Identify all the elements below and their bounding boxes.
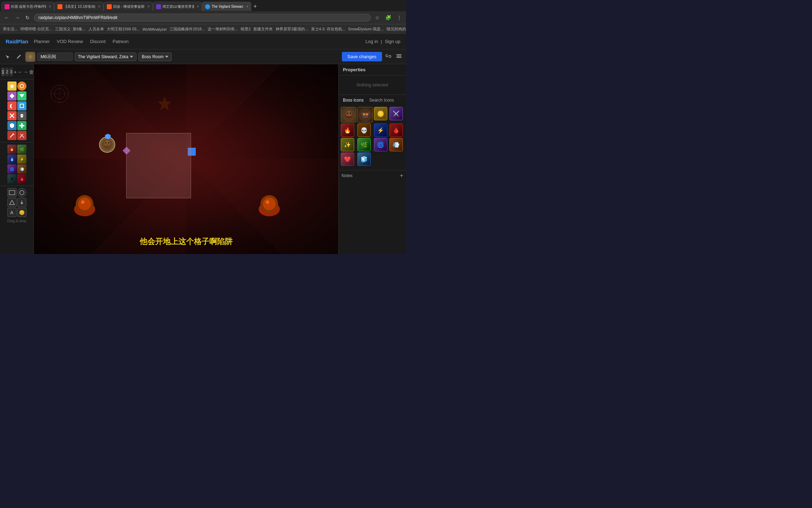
- bookmark-4[interactable]: 人员名单: [88, 26, 104, 32]
- delete-tab-button[interactable]: 🗑: [29, 69, 34, 75]
- canvas-tab-1[interactable]: 1: [1, 68, 5, 76]
- star-marker-icon[interactable]: [7, 81, 17, 91]
- tab-close-2[interactable]: ×: [98, 5, 100, 8]
- boss-dropdown[interactable]: The Vigilant Steward, Zska: [75, 53, 136, 61]
- boss-thumb-5[interactable]: 🔥: [341, 123, 354, 137]
- login-link[interactable]: Log in: [365, 39, 378, 44]
- prev-tab-button[interactable]: ←: [18, 69, 23, 75]
- nav-patreon[interactable]: Patreon: [113, 39, 129, 44]
- boss-thumb-13[interactable]: ❤️: [341, 152, 354, 166]
- emoji-shape-icon[interactable]: 😊: [17, 208, 26, 217]
- canvas-tab-3[interactable]: 3: [10, 68, 13, 76]
- boss-thumb-9[interactable]: ✨: [341, 138, 354, 151]
- selection-rectangle[interactable]: [126, 133, 191, 198]
- bookmark-13[interactable]: SnowElysium-我是...: [348, 26, 384, 32]
- text-shape-icon[interactable]: A: [7, 208, 17, 217]
- boss-thumb-14[interactable]: 🧊: [357, 152, 371, 166]
- boss-thumb-8[interactable]: 🩸: [389, 123, 403, 137]
- forward-button[interactable]: →: [13, 14, 21, 21]
- spell-icon-7[interactable]: ❄: [7, 174, 17, 183]
- next-tab-button[interactable]: →: [23, 69, 28, 75]
- room-dropdown[interactable]: Boss Room: [139, 53, 172, 61]
- boss-thumb-6[interactable]: 💀: [357, 123, 371, 137]
- cross-green-icon[interactable]: [17, 121, 26, 130]
- bookmark-10[interactable]: 新建文件夹: [253, 26, 273, 32]
- tab-1[interactable]: 祈愿·兹斯卡思-呼唤呼唤_Bilibili ×: [1, 2, 54, 11]
- bookmark-12[interactable]: 富士4-3: 存在危机...: [311, 26, 345, 32]
- triangle-down-icon[interactable]: [17, 91, 26, 101]
- svg-rect-21: [9, 190, 15, 195]
- square-blue-icon[interactable]: [17, 101, 26, 110]
- nav-planner[interactable]: Planner: [34, 39, 50, 44]
- menu-button[interactable]: ⋮: [395, 14, 403, 21]
- bookmark-11[interactable]: 神界原罪2最强的...: [276, 26, 308, 32]
- back-button[interactable]: ←: [3, 14, 11, 21]
- tab-close-4[interactable]: ×: [197, 5, 199, 8]
- boss-thumb-2[interactable]: [357, 107, 373, 122]
- boss-thumb-7[interactable]: ⚡: [374, 123, 387, 137]
- sword-x-icon[interactable]: [17, 131, 26, 140]
- bookmark-14[interactable]: 喵兄肘肉的个人空...: [387, 26, 406, 32]
- sword-red-icon[interactable]: [7, 131, 17, 140]
- arrow-down-shape-icon[interactable]: [17, 198, 26, 207]
- tab-3[interactable]: 回放 - 嗜戒管事兹斯卡恩 Myth... ×: [104, 2, 153, 11]
- circle-shape-icon[interactable]: [17, 188, 26, 197]
- boss-thumb-10[interactable]: 🌿: [357, 138, 371, 151]
- link-button[interactable]: [384, 52, 393, 61]
- boss-thumb-3[interactable]: 🪙: [374, 107, 387, 120]
- refresh-button[interactable]: ↻: [24, 14, 31, 21]
- canvas-area[interactable]: 他会开地上这个格子啊陷阱: [34, 64, 338, 254]
- bookmark-5[interactable]: 大明王朝1566 03...: [107, 26, 140, 32]
- cross-red-icon[interactable]: [7, 111, 17, 120]
- cursor-tool[interactable]: [3, 52, 12, 61]
- canvas-tab-2[interactable]: 2: [6, 68, 9, 76]
- bookmark-8[interactable]: 这一堆材料到有...: [208, 26, 238, 32]
- tab-5-active[interactable]: The Vigilant Steward, Zkarn... ×: [202, 2, 251, 11]
- search-icons-tab[interactable]: Search Icons: [368, 97, 395, 103]
- boss-thumb-11[interactable]: 🌀: [374, 138, 387, 151]
- signup-link[interactable]: Sign up: [385, 39, 400, 44]
- bookmark-3[interactable]: 三国演义: 第6集...: [55, 26, 86, 32]
- canvas-boss-icon[interactable]: [99, 137, 117, 154]
- spell-icon-4[interactable]: ⚡: [17, 155, 26, 164]
- rectangle-shape-icon[interactable]: [7, 188, 17, 197]
- spell-icon-2[interactable]: 🌿: [17, 145, 26, 154]
- moon-red-icon[interactable]: [7, 101, 17, 110]
- spell-icon-5[interactable]: 🌀: [7, 164, 17, 174]
- notes-add-button[interactable]: +: [400, 173, 403, 179]
- boss-icons-tab[interactable]: Boss Icons: [342, 97, 365, 103]
- spell-icon-6[interactable]: 💨: [17, 164, 26, 174]
- nav-discord[interactable]: Discord: [90, 39, 105, 44]
- spell-icon-3[interactable]: 💧: [7, 155, 17, 164]
- new-tab-button[interactable]: +: [251, 3, 259, 10]
- bookmark-1[interactable]: 养生活...: [3, 26, 18, 32]
- bookmark-6[interactable]: WoWAnalyzer: [142, 27, 167, 31]
- add-tab-button[interactable]: +: [14, 69, 17, 75]
- circle-orange-icon[interactable]: [17, 81, 26, 91]
- boss-thumb-1[interactable]: [341, 107, 356, 122]
- tab-2[interactable]: 【高竞】10.1炸影焰炉-M6管... ×: [54, 2, 104, 11]
- tab-4[interactable]: 周芷君zzr魔兽世界直播_周芷君... ×: [153, 2, 202, 11]
- save-button[interactable]: Save changes: [342, 52, 382, 61]
- tab-close-1[interactable]: ×: [49, 5, 51, 8]
- shield-blue-icon[interactable]: [7, 121, 17, 130]
- extensions-button[interactable]: 🧩: [384, 14, 393, 21]
- url-input[interactable]: raidplan.io/plan/HM8hmT9PlnWFRbi9/edit: [34, 14, 371, 22]
- boss-thumb-12[interactable]: 💨: [389, 138, 403, 151]
- tab-close-5[interactable]: ×: [246, 5, 248, 8]
- plan-title-input[interactable]: M6示间: [37, 53, 73, 61]
- boss-thumb-4[interactable]: ⚔️: [389, 107, 403, 120]
- diamond-purple-icon[interactable]: [7, 91, 17, 101]
- bookmark-7[interactable]: 三国战略操作2018...: [170, 26, 205, 32]
- pencil-tool[interactable]: [14, 52, 23, 61]
- triangle-shape-icon[interactable]: [7, 198, 17, 207]
- spell-icon-1[interactable]: 🔥: [7, 145, 17, 154]
- bookmark-button[interactable]: ☆: [374, 14, 381, 21]
- spell-icon-8[interactable]: 🩸: [17, 174, 26, 183]
- bookmark-9[interactable]: 暗黑2: [241, 26, 251, 32]
- skull-icon[interactable]: [17, 111, 26, 120]
- bookmark-2[interactable]: 哔哩哔哩-分区页...: [20, 26, 52, 32]
- tab-close-3[interactable]: ×: [148, 5, 150, 8]
- nav-vod-review[interactable]: VOD Review: [57, 39, 83, 44]
- menu-button[interactable]: [395, 52, 403, 61]
